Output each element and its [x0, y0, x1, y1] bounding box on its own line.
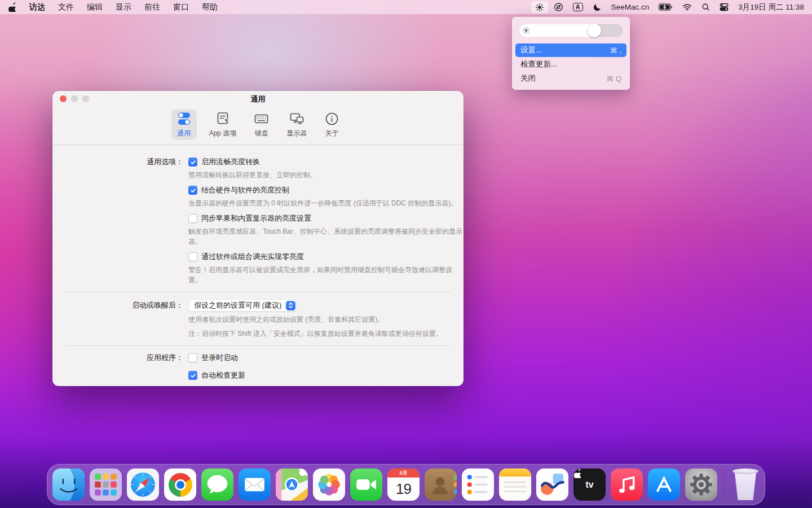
dock-finder-icon[interactable]: [52, 468, 85, 501]
desc-startup-2: 注：启动时按下 Shift 进入「安全模式」以恢复原始设置并避免读取或更动任何设…: [188, 329, 464, 339]
brightness-icon[interactable]: [531, 1, 548, 14]
dock-maps-icon[interactable]: [276, 468, 308, 501]
dock-notes-icon[interactable]: [499, 468, 531, 501]
dock-contacts-icon[interactable]: [425, 468, 457, 501]
menu-window[interactable]: 窗口: [173, 2, 189, 12]
moon-icon[interactable]: [593, 3, 602, 12]
brightness-slider[interactable]: [519, 24, 623, 37]
dock-separator: [724, 470, 725, 500]
brightness-menu-popup: 设置... ⌘ , 检查更新... 关闭 ⌘ Q: [512, 17, 630, 90]
brightness-slider-sun-icon: [522, 27, 530, 37]
checkbox-zero-brightness-label: 通过软件或组合调光实现零亮度: [201, 252, 304, 262]
tab-about-label: 关于: [325, 129, 339, 138]
title-bar[interactable]: 通用: [52, 91, 464, 107]
section-label-general-options: 通用选项：: [52, 157, 183, 167]
dock-reminders-icon[interactable]: [462, 468, 494, 501]
section-label-apps: 应用程序：: [52, 353, 183, 363]
checkbox-combine-hw-sw-label: 结合硬件与软件的亮度控制: [201, 185, 289, 195]
menu-item-settings-label: 设置...: [520, 45, 542, 55]
calendar-month-label: 3月: [387, 468, 420, 478]
apple-tv-label: tv: [585, 480, 593, 490]
dock-mail-icon[interactable]: [239, 468, 271, 501]
dock-calendar-icon[interactable]: 3月 19: [387, 468, 420, 501]
menu-item-quit-label: 关闭: [520, 73, 536, 84]
dock-safari-icon[interactable]: [127, 468, 159, 501]
checkbox-combine-hw-sw[interactable]: [188, 186, 197, 195]
dock-chrome-icon[interactable]: [164, 468, 196, 501]
keyboard-icon: [254, 112, 269, 128]
hostname-label[interactable]: SeeMac.cn: [611, 3, 650, 11]
apple-menu-icon[interactable]: [8, 2, 16, 12]
tab-displays-label: 显示器: [286, 129, 307, 138]
calendar-day-label: 19: [387, 478, 420, 501]
checkbox-smooth-brightness[interactable]: [188, 157, 197, 167]
trash-body: [734, 471, 757, 500]
divider: [65, 345, 451, 346]
menu-item-settings[interactable]: 设置... ⌘ ,: [515, 43, 626, 57]
dock-launchpad-icon[interactable]: [90, 468, 122, 501]
control-center-icon[interactable]: [720, 3, 729, 11]
menu-item-quit-shortcut: ⌘ Q: [606, 75, 621, 83]
checkbox-auto-update[interactable]: [188, 371, 197, 380]
toolbar: 通用 App 选项 键盘 显示器 关于: [52, 107, 464, 144]
desc-sync-apple-displays: 触发自环境亮度感应器、Touch Bar、控制中心、系统设置的亮度调整将被同步至…: [188, 226, 464, 247]
startup-dropdown[interactable]: 假设之前的设置可用 (建议): [188, 299, 297, 312]
checkbox-sync-apple-displays-label: 同步苹果和内置显示器的亮度设置: [201, 213, 311, 224]
zoom-button[interactable]: [82, 95, 89, 102]
menu-edit[interactable]: 编辑: [87, 2, 103, 12]
dropdown-chevrons-icon: [286, 301, 295, 310]
battery-charging-icon[interactable]: [659, 3, 673, 11]
menu-go[interactable]: 前往: [144, 2, 160, 12]
menu-view[interactable]: 显示: [116, 2, 131, 12]
dock: 3月 19: [47, 464, 765, 505]
tab-general-label: 通用: [177, 129, 191, 138]
section-label-startup: 启动或唤醒后：: [52, 300, 183, 310]
checkbox-smooth-brightness-label: 启用流畅亮度转换: [201, 157, 260, 167]
wifi-icon[interactable]: [682, 3, 692, 11]
sync-icon[interactable]: [554, 2, 563, 12]
brightness-slider-knob[interactable]: [588, 24, 601, 37]
dock-music-icon[interactable]: [611, 468, 643, 501]
checkbox-launch-at-login[interactable]: [188, 353, 197, 362]
datetime-label[interactable]: 3月19日 周二 11:38: [738, 2, 804, 12]
menu-finder[interactable]: 访达: [29, 2, 45, 12]
settings-window: 通用 通用 App 选项 键盘 显示器: [52, 91, 464, 386]
search-icon[interactable]: [701, 3, 710, 11]
info-icon: [324, 112, 339, 128]
toggles-icon: [176, 112, 192, 128]
close-button[interactable]: [60, 95, 67, 102]
tab-app-options[interactable]: App 选项: [204, 110, 242, 140]
desc-smooth-brightness: 禁用流畅转换以获得更直接、立即的控制。: [188, 170, 464, 180]
desc-zero-brightness: 警告！启用显示器可以被设置成完全黑屏，如果同时禁用键盘控制可能会导致难以调整设置…: [188, 265, 464, 285]
menu-item-check-updates[interactable]: 检查更新...: [515, 58, 626, 71]
tab-app-options-label: App 选项: [209, 129, 237, 138]
dock-trash-icon[interactable]: [731, 468, 760, 501]
tab-general[interactable]: 通用: [171, 110, 197, 140]
desc-startup-1: 使用者初次设置时使用之前或原始设置 (亮度、音量和其它设置)。: [188, 314, 464, 325]
dock-apple-tv-icon[interactable]: tv: [573, 468, 606, 501]
minimize-button[interactable]: [71, 95, 78, 102]
checkbox-zero-brightness[interactable]: [188, 252, 197, 261]
menu-file[interactable]: 文件: [58, 2, 74, 12]
tab-about[interactable]: 关于: [319, 110, 345, 140]
dock-messages-icon[interactable]: [201, 468, 233, 501]
divider: [65, 292, 451, 292]
document-cursor-icon: [215, 112, 231, 128]
dock-app-store-icon[interactable]: [648, 468, 680, 501]
displays-icon: [289, 112, 304, 128]
checkbox-auto-update-label: 自动检查更新: [201, 370, 245, 380]
window-title: 通用: [52, 91, 464, 108]
checkbox-sync-apple-displays[interactable]: [188, 214, 197, 223]
tab-keyboard[interactable]: 键盘: [249, 110, 274, 140]
checkbox-launch-at-login-label: 登录时启动: [201, 353, 238, 363]
dock-facetime-icon[interactable]: [350, 468, 382, 501]
input-source-icon[interactable]: A: [573, 3, 583, 11]
tab-displays[interactable]: 显示器: [281, 110, 312, 140]
trash-rim: [732, 468, 758, 474]
menu-item-quit[interactable]: 关闭 ⌘ Q: [515, 72, 626, 85]
dock-photos-icon[interactable]: [313, 468, 345, 501]
menu-help[interactable]: 帮助: [202, 2, 218, 12]
dock-freeform-icon[interactable]: [536, 468, 568, 501]
desc-combine-hw-sw: 当显示器的硬件设置亮度为 0 时以软件进一步降低亮度 (仅适用于以 DDC 控制…: [188, 198, 464, 208]
dock-system-settings-icon[interactable]: [685, 468, 717, 501]
